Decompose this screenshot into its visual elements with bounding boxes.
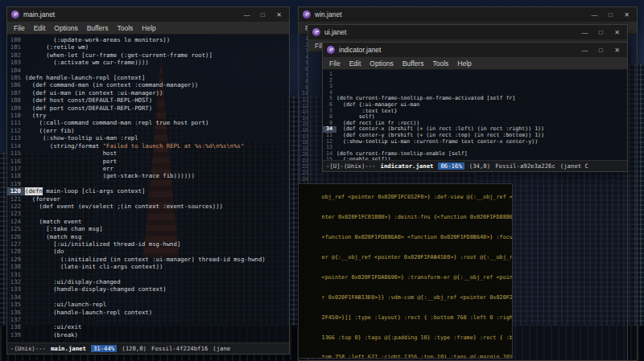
modeline: -[U]-(Unix)--- indicator.janet 06-16% (3… xyxy=(323,160,627,171)
terminal-text: 1366 :top 0} :tags @{:padding 10} :type … xyxy=(322,334,513,341)
code-text: (:retile wm) xyxy=(25,43,89,51)
editor-content[interactable]: 100 (:update-work-areas lo monitors)) 10… xyxy=(7,35,289,343)
maximize-button[interactable]: □ xyxy=(595,47,607,54)
line-number: 111 xyxy=(7,119,25,126)
terminal-line: obj_ref <pointer 0x020F1FC652F0>} :def-v… xyxy=(302,187,509,207)
code-text: [:take chan msg] xyxy=(25,225,103,232)
line-number: 101 xyxy=(7,43,25,51)
menu-item[interactable]: File xyxy=(10,23,29,33)
terminal-line: <function 0x020F1FD886A0> <function 0x02… xyxy=(302,228,509,248)
modeline-filename: indicator.janet xyxy=(381,162,434,170)
code-line: 114 (string/format "Failed to launch REP… xyxy=(7,142,289,150)
terminal-text: r 0x020F1FAB13E0>}} :vdm-com @{:__obj_re… xyxy=(322,294,513,301)
code-line: 112 ((err fib) xyxy=(7,127,289,134)
line-number: 133 xyxy=(7,285,25,293)
maximize-button[interactable]: □ xyxy=(257,11,269,18)
maximize-button[interactable]: □ xyxy=(595,29,607,36)
terminal-line: er @{:__obj_ref <pointer 0x020F1FAB45E0>… xyxy=(302,248,509,268)
line-number: 118 xyxy=(7,172,25,179)
code-line: 12 (:show-tooltip ui-man :current-frame … xyxy=(323,139,627,146)
line-number: 130 xyxy=(7,263,25,270)
line-number: 107 xyxy=(7,89,25,96)
terminal-line: tom 758 :left 627 :right 1356 :top 10} :… xyxy=(302,347,509,359)
menu-item[interactable]: Edit xyxy=(345,59,365,68)
menu-item[interactable]: Options xyxy=(50,23,81,33)
menu-item[interactable]: Tools xyxy=(428,59,452,68)
window-indicator-janet: e indicator.janet — □ ✕ FileEditOptionsB… xyxy=(322,42,628,172)
code-text: (def ui-man (in context :ui-manager)) xyxy=(25,89,163,96)
minimize-button[interactable]: — xyxy=(588,11,601,18)
close-button[interactable]: ✕ xyxy=(611,47,623,54)
code-line: 134 xyxy=(7,293,289,301)
code-text: (def host const/DEFAULT-REPL-HOST) xyxy=(25,96,152,104)
code-text: (:show-tooltip ui-man :repl xyxy=(25,134,138,142)
line-number: 117 xyxy=(7,165,25,172)
code-line: 129 (:initialized (in context :ui-manage… xyxy=(7,256,289,263)
code-line: 127 [:ui/initialized thread-id msg-hwnd] xyxy=(7,240,289,248)
code-text: (do xyxy=(25,248,64,255)
titlebar[interactable]: e indicator.janet — □ ✕ xyxy=(323,43,627,57)
code-line: 113 (:show-tooltip ui-man :repl xyxy=(7,134,289,142)
code-line: 100 (:update-work-areas lo monitors)) xyxy=(7,36,289,43)
repl-output-window[interactable]: obj_ref <pointer 0x020F1FC652F0>} :def-v… xyxy=(298,183,513,359)
code-line: 109 (def port const/DEFAULT-REPL-PORT) xyxy=(7,105,289,112)
modeline-vc-branch: Fossil-a92e3a226c xyxy=(495,162,555,170)
line-number: 125 xyxy=(7,225,25,232)
code-text: (late-init cli-args context)) xyxy=(25,263,163,270)
code-line: 122 (def event (ev/select ;(in context :… xyxy=(7,203,289,210)
line-number: 109 xyxy=(7,105,25,112)
line-number: 129 xyxy=(7,256,25,263)
minimize-button[interactable]: — xyxy=(241,11,253,18)
titlebar[interactable]: e main.janet — □ ✕ xyxy=(7,7,289,22)
minimize-button[interactable]: — xyxy=(579,29,591,36)
terminal-text: <function 0x020F1FD886A0> <function 0x02… xyxy=(322,234,513,240)
editor-content[interactable]: 1 2 3 4 5 (defn xyxy=(323,70,627,160)
code-line: 115 host xyxy=(7,150,289,157)
code-text: (:call-command command-man :repl true ho… xyxy=(25,119,208,126)
code-text: port xyxy=(25,158,117,165)
titlebar[interactable]: e win.janet — □ ✕ xyxy=(299,7,637,22)
code-line: 126 (match msg xyxy=(7,233,289,240)
code-line: 3 xyxy=(323,84,627,90)
close-button[interactable]: ✕ xyxy=(273,11,285,18)
line-number: 105 xyxy=(7,74,25,81)
menu-item[interactable]: Help xyxy=(453,59,475,68)
line-number: 115 xyxy=(7,150,25,157)
menu-item[interactable]: Buffers xyxy=(83,23,113,33)
code-line: 128 (do xyxy=(7,248,289,255)
code-line: 120 (defn main-loop [cli-args context] xyxy=(7,187,289,195)
code-line: 107 (def ui-man (in context :ui-manager)… xyxy=(7,89,289,96)
menu-item[interactable]: Help xyxy=(138,23,159,33)
terminal-text: tom 758 :left 627 :right 1356 :top 10} :… xyxy=(322,354,513,359)
titlebar[interactable]: e ui.janet — □ ✕ xyxy=(308,25,627,39)
line-number: 112 xyxy=(7,127,25,134)
code-line: 131 xyxy=(7,271,289,278)
code-text: :ui/launch-repl xyxy=(25,301,106,308)
line-number: 137 xyxy=(7,316,25,323)
modeline-cursor-pos: (34,0) xyxy=(469,162,490,170)
code-text: (def event (ev/select ;(in context :even… xyxy=(25,203,223,210)
minimize-button[interactable]: — xyxy=(579,47,591,54)
code-text: (try xyxy=(25,112,46,119)
menu-item[interactable]: Tools xyxy=(113,23,137,33)
window-title: win.janet xyxy=(315,10,342,18)
code-line: 124 (match event xyxy=(7,218,289,225)
window-main-janet: e main.janet — □ ✕ FileEditOptionsBuffer… xyxy=(6,6,290,355)
app-logo-icon: e xyxy=(11,10,19,18)
line-number: 123 xyxy=(7,210,25,217)
close-button[interactable]: ✕ xyxy=(611,29,623,36)
menu-item[interactable]: Options xyxy=(365,59,397,68)
line-number: 128 xyxy=(7,248,25,255)
line-number: 110 xyxy=(7,112,25,119)
menu-item[interactable]: File xyxy=(325,59,345,68)
code-line: 132 :ui/display-changed xyxy=(7,278,289,285)
code-text: :ui/exit xyxy=(25,323,81,330)
menu-item[interactable]: Edit xyxy=(30,23,50,33)
line-number: 113 xyxy=(7,134,25,142)
maximize-button[interactable]: □ xyxy=(605,11,617,18)
line-number: 100 xyxy=(7,36,25,43)
code-text: (:update-work-areas lo monitors)) xyxy=(25,36,170,43)
menu-item[interactable]: Buffers xyxy=(398,59,428,68)
modeline-filename: main.janet xyxy=(51,345,86,352)
close-button[interactable]: ✕ xyxy=(621,11,633,18)
